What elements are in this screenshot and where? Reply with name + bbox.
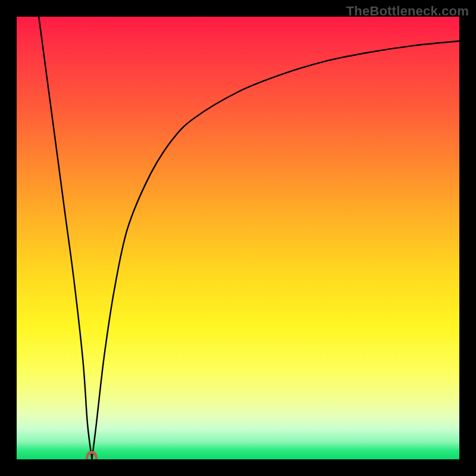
outer-frame: TheBottleneck.com [0,0,476,476]
bottleneck-curve [17,17,459,459]
plot-area [17,17,459,459]
bump-marker [84,450,99,459]
watermark-label: TheBottleneck.com [346,4,469,19]
curve-path [39,17,459,459]
bump-shape-icon [86,451,98,459]
